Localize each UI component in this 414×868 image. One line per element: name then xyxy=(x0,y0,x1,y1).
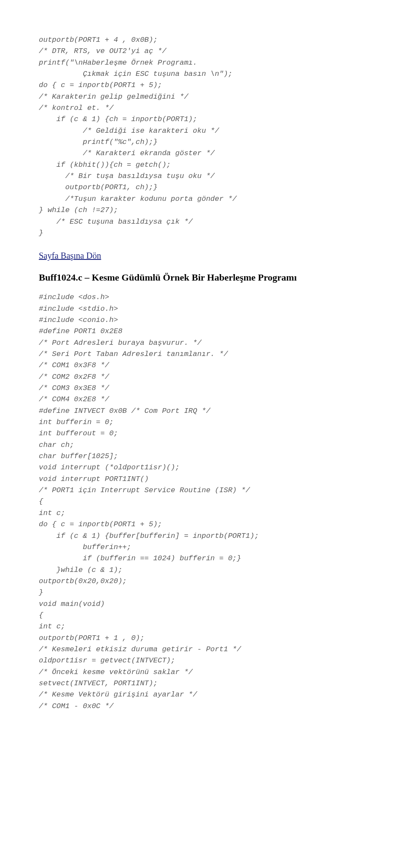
code-block-1: outportb(PORT1 + 4 , 0x0B); /* DTR, RTS,… xyxy=(39,34,375,239)
section-heading: Buff1024.c – Kesme Güdümlü Örnek Bir Hab… xyxy=(39,270,375,285)
back-to-top-link[interactable]: Sayfa Başına Dön xyxy=(39,249,375,262)
code-block-2: #include <dos.h> #include <stdio.h> #inc… xyxy=(39,292,375,712)
